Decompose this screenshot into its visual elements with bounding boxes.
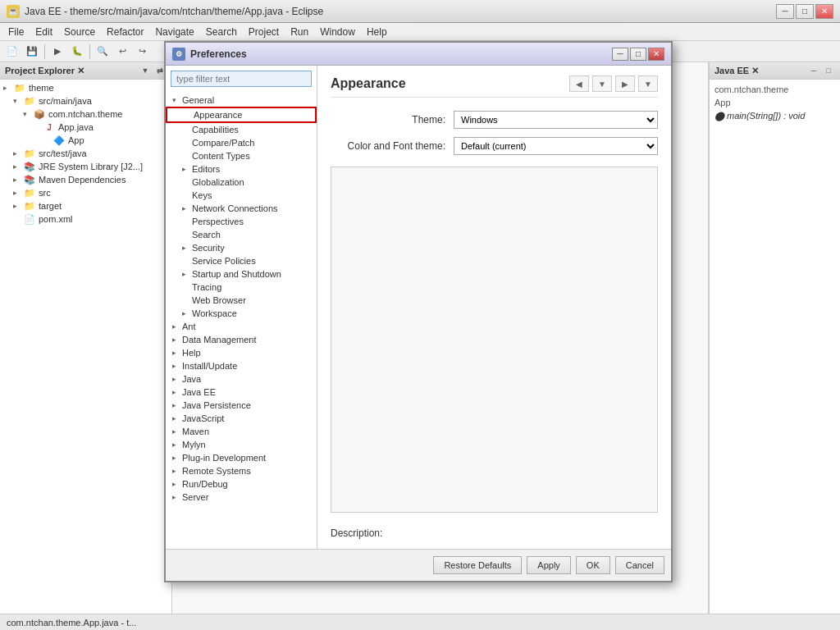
toolbar-new[interactable]: 📄 (3, 43, 21, 60)
nav-item-maven[interactable]: ▸ Maven (166, 425, 317, 438)
nav-arrow: ▸ (172, 427, 182, 436)
nav-item-label: Service Policies (192, 256, 256, 266)
nav-item-remote-systems[interactable]: ▸ Remote Systems (166, 464, 317, 477)
tree-item-theme[interactable]: ▸ 📁 theme (0, 81, 171, 94)
tree-item-src-test[interactable]: ▸ 📁 src/test/java (0, 147, 171, 160)
dialog-maximize-button[interactable]: □ (630, 48, 646, 61)
menu-run[interactable]: Run (285, 25, 313, 39)
nav-item-label: Search (192, 230, 221, 240)
nav-item-web-browser[interactable]: Web Browser (166, 294, 317, 307)
project-tree[interactable]: ▸ 📁 theme ▾ 📁 src/main/java ▾ 📦 com.ntch… (0, 80, 171, 614)
nav-item-security[interactable]: ▸ Security (166, 241, 317, 254)
nav-item-tracing[interactable]: Tracing (166, 281, 317, 294)
menu-help[interactable]: Help (362, 25, 392, 39)
tree-item-src[interactable]: ▸ 📁 src (0, 186, 171, 199)
nav-item-compare-patch[interactable]: Compare/Patch (166, 136, 317, 149)
tree-item-maven-deps[interactable]: ▸ 📚 Maven Dependencies (0, 173, 171, 186)
nav-item-plugin-dev[interactable]: ▸ Plug-in Development (166, 451, 317, 464)
nav-item-run-debug[interactable]: ▸ Run/Debug (166, 477, 317, 491)
nav-item-label: Compare/Patch (192, 138, 254, 148)
title-bar: ☕ Java EE - theme/src/main/java/com/ntch… (0, 0, 840, 23)
apply-button[interactable]: Apply (527, 556, 571, 574)
dialog-body: ▾ General Appearance Capabilities (166, 66, 671, 549)
dialog-content: Appearance ◀ ▼ ▶ ▼ Theme: Windows Classi… (317, 66, 671, 549)
nav-item-perspectives[interactable]: Perspectives (166, 215, 317, 228)
collapse-icon[interactable]: ▼ (139, 65, 152, 76)
nav-arrow: ▾ (172, 96, 182, 104)
tree-item-pom[interactable]: 📄 pom.xml (0, 212, 171, 226)
nav-item-server[interactable]: ▸ Server (166, 491, 317, 504)
nav-item-general[interactable]: ▾ General (166, 94, 317, 107)
nav-dropdown-button[interactable]: ▶ (615, 75, 635, 92)
tree-item-target[interactable]: ▸ 📁 target (0, 199, 171, 212)
nav-item-java-ee[interactable]: ▸ Java EE (166, 386, 317, 399)
nav-item-network-connections[interactable]: ▸ Network Connections (166, 202, 317, 215)
tree-item-app[interactable]: 🔷 App (0, 134, 171, 147)
tree-item-label: src/test/java (39, 148, 87, 158)
tree-item-package[interactable]: ▾ 📦 com.ntchan.theme (0, 107, 171, 121)
menu-navigate[interactable]: Navigate (150, 25, 199, 39)
maximize-icon[interactable]: □ (822, 65, 835, 76)
toolbar-debug[interactable]: 🐛 (68, 43, 86, 60)
dialog-close-button[interactable]: ✕ (648, 48, 664, 61)
nav-menu-button[interactable]: ▼ (638, 75, 658, 92)
minimize-icon[interactable]: ─ (807, 65, 820, 76)
tree-item-appjava[interactable]: J App.java (0, 121, 171, 134)
nav-item-label: Java EE (182, 387, 216, 397)
nav-arrow: ▸ (172, 493, 182, 501)
cancel-button[interactable]: Cancel (615, 556, 664, 574)
menu-window[interactable]: Window (315, 25, 360, 39)
dialog-minimize-button[interactable]: ─ (612, 48, 628, 61)
nav-item-content-types[interactable]: Content Types (166, 149, 317, 162)
toolbar-separator-2 (89, 44, 90, 59)
nav-item-workspace[interactable]: ▸ Workspace (166, 307, 317, 320)
minimize-button[interactable]: ─ (776, 4, 794, 19)
nav-item-appearance[interactable]: Appearance (166, 107, 317, 123)
maximize-button[interactable]: □ (796, 4, 814, 19)
toolbar-save[interactable]: 💾 (23, 43, 41, 60)
nav-item-service-policies[interactable]: Service Policies (166, 254, 317, 267)
folder-icon: 📁 (23, 200, 36, 212)
back-button[interactable]: ◀ (569, 75, 589, 92)
forward-button[interactable]: ▼ (592, 75, 612, 92)
nav-arrow: ▸ (182, 309, 192, 317)
theme-select[interactable]: Windows Classic (454, 111, 658, 129)
tree-arrow: ▸ (13, 189, 23, 197)
toolbar-undo[interactable]: ↩ (113, 43, 131, 60)
toolbar-redo[interactable]: ↪ (133, 43, 151, 60)
restore-defaults-button[interactable]: Restore Defaults (433, 556, 522, 574)
tree-item-src-main[interactable]: ▾ 📁 src/main/java (0, 94, 171, 107)
toolbar-search[interactable]: 🔍 (94, 43, 112, 60)
nav-item-java[interactable]: ▸ Java (166, 372, 317, 386)
nav-item-startup-shutdown[interactable]: ▸ Startup and Shutdown (166, 267, 317, 281)
nav-item-mylyn[interactable]: ▸ Mylyn (166, 438, 317, 451)
menu-search[interactable]: Search (201, 25, 242, 39)
nav-item-data-management[interactable]: ▸ Data Management (166, 333, 317, 346)
menu-project[interactable]: Project (244, 25, 284, 39)
menu-refactor[interactable]: Refactor (102, 25, 148, 39)
nav-item-search[interactable]: Search (166, 228, 317, 241)
tree-item-jre[interactable]: ▸ 📚 JRE System Library [J2...] (0, 160, 171, 173)
content-header: Appearance ◀ ▼ ▶ ▼ (331, 75, 658, 98)
nav-item-label: Mylyn (182, 440, 206, 450)
nav-item-editors[interactable]: ▸ Editors (166, 162, 317, 176)
nav-item-javascript[interactable]: ▸ JavaScript (166, 412, 317, 425)
nav-item-keys[interactable]: Keys (166, 189, 317, 202)
nav-item-help[interactable]: ▸ Help (166, 346, 317, 359)
menu-source[interactable]: Source (59, 25, 100, 39)
ok-button[interactable]: OK (576, 556, 610, 574)
nav-item-globalization[interactable]: Globalization (166, 176, 317, 189)
nav-item-ant[interactable]: ▸ Ant (166, 320, 317, 333)
nav-arrow (182, 231, 192, 239)
menu-edit[interactable]: Edit (30, 25, 57, 39)
close-button[interactable]: ✕ (815, 4, 833, 19)
color-font-select[interactable]: Default (current) Dark (454, 137, 658, 155)
nav-arrow: ▸ (182, 244, 192, 252)
nav-item-capabilities[interactable]: Capabilities (166, 123, 317, 136)
toolbar-run[interactable]: ▶ (48, 43, 66, 60)
java-ee-content: com.ntchan.theme App ⬤ main(String[]) : … (710, 80, 840, 126)
nav-item-java-persistence[interactable]: ▸ Java Persistence (166, 399, 317, 412)
nav-item-install-update[interactable]: ▸ Install/Update (166, 359, 317, 372)
filter-input[interactable] (171, 71, 312, 87)
menu-file[interactable]: File (3, 25, 29, 39)
